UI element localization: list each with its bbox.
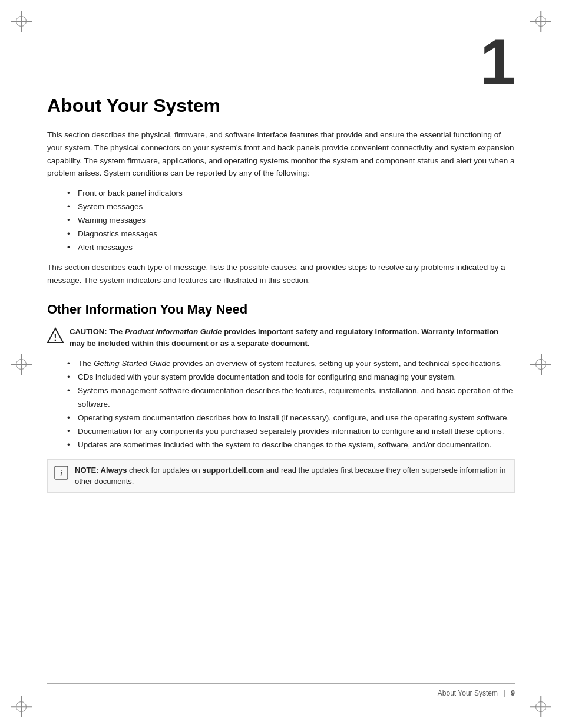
list-item: System messages — [71, 200, 515, 214]
corner-mark-tl — [11, 11, 32, 32]
chapter-title: About Your System — [47, 94, 515, 117]
list-item: Updates are sometimes included with the … — [71, 439, 515, 452]
list-item: The Getting Started Guide provides an ov… — [71, 357, 515, 371]
svg-text:i: i — [60, 468, 62, 478]
caution-icon: ! — [47, 327, 64, 344]
list-item: Front or back panel indicators — [71, 187, 515, 200]
caution-text: CAUTION: The Product Information Guide p… — [70, 326, 515, 349]
svg-text:!: ! — [54, 332, 57, 342]
side-mark-right — [530, 354, 551, 375]
corner-mark-tr — [530, 11, 551, 32]
list-item: Operating system documentation describes… — [71, 411, 515, 425]
note-box: i NOTE: Always check for updates on supp… — [47, 459, 515, 493]
other-info-list: The Getting Started Guide provides an ov… — [71, 357, 515, 452]
list-item: Diagnostics messages — [71, 228, 515, 241]
chapter-number: 1 — [480, 29, 516, 94]
list-item: Systems management software documentatio… — [71, 384, 515, 411]
footer-section-label: About Your System — [438, 689, 498, 697]
list-item: Documentation for any components you pur… — [71, 425, 515, 439]
footer-separator: | — [504, 689, 505, 697]
list-item: Warning messages — [71, 214, 515, 228]
footer-page-number: 9 — [511, 689, 515, 697]
list-item: Alert messages — [71, 241, 515, 255]
intro-paragraph: This section describes the physical, fir… — [47, 129, 515, 179]
list-item: CDs included with your system provide do… — [71, 371, 515, 384]
corner-mark-br — [530, 696, 551, 717]
note-text: NOTE: Always check for updates on suppor… — [75, 465, 508, 487]
corner-mark-bl — [11, 696, 32, 717]
note-icon: i — [54, 465, 69, 480]
section-heading: Other Information You May Need — [47, 301, 515, 318]
side-mark-left — [11, 354, 32, 375]
document-page: 1 About Your System This section describ… — [0, 0, 562, 728]
caution-box: ! CAUTION: The Product Information Guide… — [47, 326, 515, 349]
bullet-list: Front or back panel indicators System me… — [71, 187, 515, 255]
closing-paragraph: This section describes each type of mess… — [47, 261, 515, 286]
footer: About Your System | 9 — [47, 683, 515, 697]
main-content: About Your System This section describes… — [47, 94, 515, 493]
